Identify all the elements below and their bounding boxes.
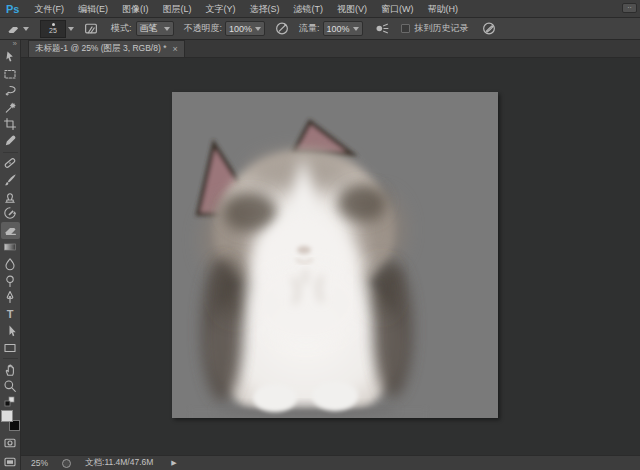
options-bar: 25 模式: 画笔 不透明度: 100% 流量: 100% bbox=[0, 18, 640, 40]
screen-mode-icon bbox=[3, 455, 17, 469]
foreground-color-swatch[interactable] bbox=[1, 410, 13, 422]
menu-layer[interactable]: 图层(L) bbox=[155, 0, 198, 18]
menu-help[interactable]: 帮助(H) bbox=[420, 0, 465, 18]
toggle-brush-panel-icon[interactable] bbox=[83, 21, 99, 36]
status-bar: 25% 文档:11.4M/47.6M ▶ bbox=[21, 455, 640, 470]
brush-size-picker[interactable]: 25 bbox=[40, 20, 66, 38]
brush-tool[interactable] bbox=[1, 171, 20, 188]
close-document-icon[interactable]: × bbox=[172, 44, 177, 54]
quick-mask-button[interactable] bbox=[1, 434, 20, 451]
crop-icon bbox=[3, 117, 17, 131]
clone-stamp-icon bbox=[3, 190, 17, 204]
quick-mask-icon bbox=[3, 436, 17, 450]
type-tool[interactable]: T bbox=[1, 306, 20, 323]
airbrush-icon[interactable] bbox=[374, 21, 390, 36]
opacity-select[interactable]: 100% bbox=[225, 21, 265, 36]
marquee-icon bbox=[3, 67, 17, 81]
pen-tool[interactable] bbox=[1, 289, 20, 306]
panel-overflow-button[interactable]: ·· bbox=[622, 3, 637, 13]
zoom-tool[interactable] bbox=[1, 378, 20, 395]
flow-label: 流量: bbox=[299, 22, 320, 35]
status-expand-icon[interactable]: ▶ bbox=[171, 459, 176, 467]
tool-preset-picker[interactable] bbox=[5, 22, 29, 36]
gradient-icon bbox=[3, 240, 17, 254]
path-selection-tool[interactable] bbox=[1, 323, 20, 340]
dodge-tool[interactable] bbox=[1, 272, 20, 289]
status-zoom-field[interactable]: 25% bbox=[31, 458, 48, 468]
screen-mode-button[interactable] bbox=[1, 453, 20, 470]
erase-history-label: 抹到历史记录 bbox=[415, 22, 469, 35]
move-tool[interactable] bbox=[1, 49, 20, 66]
pen-icon bbox=[3, 290, 17, 304]
hand-tool[interactable] bbox=[1, 361, 20, 378]
photoshop-window: Ps 文件(F) 编辑(E) 图像(I) 图层(L) 文字(Y) 选择(S) 滤… bbox=[0, 0, 640, 470]
mode-caret-icon bbox=[164, 27, 170, 31]
mode-select[interactable]: 画笔 bbox=[136, 21, 174, 36]
document-tab-bar: 未标题-1 @ 25% (图层 3, RGB/8) * × bbox=[21, 40, 640, 58]
status-doc-size: 文档:11.4M/47.6M bbox=[85, 457, 153, 469]
eraser-tool[interactable] bbox=[1, 222, 20, 239]
preset-caret-icon bbox=[23, 27, 29, 31]
magic-wand-icon bbox=[3, 101, 17, 115]
brush-picker-caret-icon[interactable] bbox=[68, 27, 74, 31]
color-swatches[interactable] bbox=[1, 410, 20, 432]
type-icon: T bbox=[7, 309, 14, 320]
flow-caret-icon bbox=[353, 27, 359, 31]
quick-selection-tool[interactable] bbox=[1, 99, 20, 116]
pressure-size-icon[interactable] bbox=[481, 21, 497, 36]
tools-collapse-button[interactable]: » bbox=[0, 40, 20, 49]
move-icon bbox=[3, 50, 17, 64]
tools-panel: » bbox=[0, 40, 21, 470]
document-tab[interactable]: 未标题-1 @ 25% (图层 3, RGB/8) * × bbox=[28, 40, 185, 57]
hand-icon bbox=[3, 363, 17, 377]
menu-bar: Ps 文件(F) 编辑(E) 图像(I) 图层(L) 文字(Y) 选择(S) 滤… bbox=[0, 0, 640, 18]
opacity-value: 100% bbox=[229, 24, 252, 34]
dodge-icon bbox=[3, 274, 17, 288]
clone-stamp-tool[interactable] bbox=[1, 188, 20, 205]
menu-image[interactable]: 图像(I) bbox=[115, 0, 156, 18]
menu-window[interactable]: 窗口(W) bbox=[374, 0, 421, 18]
brush-tip-icon bbox=[52, 23, 55, 26]
erase-history-checkbox[interactable] bbox=[401, 24, 410, 33]
mode-value: 画笔 bbox=[140, 22, 158, 35]
opacity-label: 不透明度: bbox=[184, 22, 223, 35]
rectangle-shape-icon bbox=[3, 341, 17, 355]
menu-select[interactable]: 选择(S) bbox=[242, 0, 286, 18]
shape-tool[interactable] bbox=[1, 339, 20, 356]
eraser-preset-icon bbox=[5, 22, 21, 36]
document-title: 未标题-1 @ 25% (图层 3, RGB/8) * bbox=[35, 43, 166, 55]
brush-icon bbox=[3, 173, 17, 187]
marquee-tool[interactable] bbox=[1, 66, 20, 83]
menu-filter[interactable]: 滤镜(T) bbox=[286, 0, 330, 18]
cat-artwork bbox=[172, 92, 498, 418]
healing-brush-tool[interactable] bbox=[1, 155, 20, 172]
menu-edit[interactable]: 编辑(E) bbox=[71, 0, 115, 18]
gradient-tool[interactable] bbox=[1, 239, 20, 256]
ps-logo: Ps bbox=[0, 3, 27, 15]
lasso-icon bbox=[3, 84, 17, 98]
workspace bbox=[21, 58, 640, 455]
swap-colors-button[interactable] bbox=[1, 395, 20, 408]
background-color-swatch[interactable] bbox=[9, 420, 20, 431]
menu-file[interactable]: 文件(F) bbox=[27, 0, 71, 18]
blur-drop-icon bbox=[3, 257, 17, 271]
swap-colors-icon bbox=[3, 396, 17, 407]
menu-view[interactable]: 视图(V) bbox=[330, 0, 374, 18]
brush-size-value: 25 bbox=[49, 27, 57, 34]
document-canvas[interactable] bbox=[172, 92, 498, 418]
menu-type[interactable]: 文字(Y) bbox=[198, 0, 242, 18]
toolbar-divider bbox=[3, 152, 18, 153]
selection-arrow-icon bbox=[3, 324, 17, 338]
healing-brush-icon bbox=[3, 156, 17, 170]
pressure-opacity-icon[interactable] bbox=[274, 21, 290, 36]
eyedropper-tool[interactable] bbox=[1, 133, 20, 150]
crop-tool[interactable] bbox=[1, 116, 20, 133]
flow-value: 100% bbox=[327, 24, 350, 34]
toolbar-divider bbox=[3, 358, 18, 359]
eraser-icon bbox=[3, 223, 17, 237]
blur-tool[interactable] bbox=[1, 255, 20, 272]
eyedropper-icon bbox=[3, 134, 17, 148]
flow-select[interactable]: 100% bbox=[323, 21, 363, 36]
lasso-tool[interactable] bbox=[1, 82, 20, 99]
history-brush-tool[interactable] bbox=[1, 205, 20, 222]
